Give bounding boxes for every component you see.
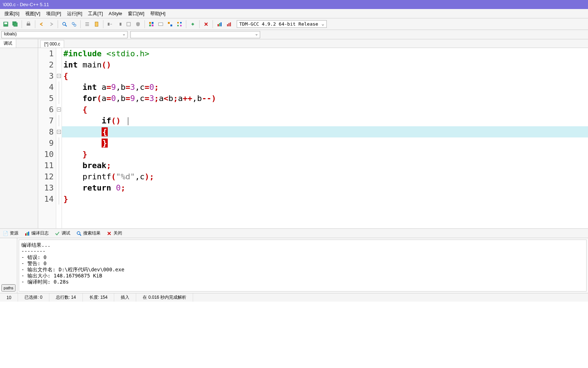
title-bar: \000.c - Dev-C++ 5.11 <box>0 0 588 9</box>
code-content[interactable]: #include <stdio.h> int main() { int a=9,… <box>62 48 588 228</box>
main-area: 调试 [*] 000.c 123 456 789 101112 1314 − −… <box>0 39 588 228</box>
svg-rect-33 <box>230 22 231 26</box>
replace-icon[interactable] <box>70 20 78 29</box>
file-tab[interactable]: [*] 000.c <box>40 40 64 48</box>
svg-rect-31 <box>227 24 228 26</box>
delete-profile-icon[interactable] <box>224 20 233 29</box>
svg-rect-30 <box>220 22 222 26</box>
svg-rect-1 <box>4 22 7 24</box>
check-icon <box>54 231 60 236</box>
svg-rect-21 <box>159 23 163 26</box>
close-icon <box>106 231 112 236</box>
menu-bar: 搜索[S] 视图[V] 项目[P] 运行[R] 工具[T] AStyle 窗口[… <box>0 9 588 18</box>
bottom-panel: 📄资源 编译日志 调试 搜索结果 关闭 paths 编译结果... ------… <box>0 228 588 293</box>
svg-rect-16 <box>127 22 130 26</box>
tab-resource[interactable]: 📄资源 <box>0 229 21 237</box>
svg-rect-15 <box>120 23 121 26</box>
svg-rect-32 <box>228 23 230 26</box>
print-icon[interactable] <box>24 20 33 29</box>
tab-close[interactable]: 关闭 <box>103 229 125 237</box>
fold-icon[interactable]: − <box>57 130 61 134</box>
file-tabs: [*] 000.c <box>38 39 588 48</box>
svg-rect-24 <box>177 22 179 23</box>
line-gutter: 123 456 789 101112 1314 <box>38 48 56 228</box>
stop-icon[interactable] <box>202 20 210 29</box>
fold-icon[interactable]: − <box>57 74 61 78</box>
left-panel: 调试 <box>0 39 38 228</box>
save-all-icon[interactable] <box>11 20 19 29</box>
compile-output[interactable]: 编译结果... -------- - 错误: 0 - 警告: 0 - 输出文件名… <box>19 240 587 292</box>
status-total-lines: 总行数: 14 <box>49 293 83 302</box>
scope-bar: lobals) <box>0 30 588 39</box>
left-tab-debug[interactable]: 调试 <box>0 39 16 48</box>
find-icon[interactable] <box>60 20 69 29</box>
shield-icon[interactable] <box>134 20 142 29</box>
menu-help[interactable]: 帮助[H] <box>147 9 169 18</box>
toolbar: TDM-GCC 4.9.2 64-bit Release <box>0 18 588 30</box>
menu-view[interactable]: 视图[V] <box>22 9 43 18</box>
members-dropdown[interactable] <box>130 31 260 38</box>
svg-rect-4 <box>27 23 30 26</box>
paths-button[interactable]: paths <box>1 284 15 292</box>
svg-rect-13 <box>95 22 98 26</box>
profile-icon[interactable] <box>215 20 224 29</box>
globals-dropdown[interactable]: lobals) <box>1 31 128 38</box>
svg-rect-20 <box>152 25 153 26</box>
status-line-col: 10 <box>0 293 18 302</box>
svg-rect-17 <box>149 22 151 24</box>
run-icon[interactable] <box>156 20 165 29</box>
compile-left-panel: paths <box>0 238 17 293</box>
svg-rect-3 <box>14 23 17 26</box>
svg-rect-36 <box>28 232 29 236</box>
compile-run-icon[interactable] <box>166 20 174 29</box>
insert-icon[interactable] <box>124 20 133 29</box>
bookmark-icon[interactable] <box>92 20 101 29</box>
menu-search[interactable]: 搜索[S] <box>1 9 22 18</box>
menu-astyle[interactable]: AStyle <box>106 10 125 17</box>
menu-run[interactable]: 运行[R] <box>64 9 85 18</box>
tab-compile-log[interactable]: 编译日志 <box>21 229 52 237</box>
svg-rect-18 <box>152 22 153 24</box>
bottom-tabs: 📄资源 编译日志 调试 搜索结果 关闭 <box>0 229 588 238</box>
editor-area: [*] 000.c 123 456 789 101112 1314 − − − <box>38 39 588 228</box>
svg-rect-5 <box>27 22 30 23</box>
menu-project[interactable]: 项目[P] <box>43 9 64 18</box>
doc-icon: 📄 <box>3 231 8 236</box>
list-icon[interactable] <box>83 20 92 29</box>
svg-rect-35 <box>27 232 28 236</box>
svg-rect-23 <box>170 25 172 26</box>
fold-column: − − − <box>56 48 62 228</box>
svg-rect-34 <box>25 233 26 236</box>
svg-rect-14 <box>108 23 110 26</box>
status-mode: 插入 <box>114 293 136 302</box>
svg-point-8 <box>72 22 74 25</box>
status-length: 长度: 154 <box>83 293 115 302</box>
svg-rect-26 <box>177 25 179 26</box>
svg-rect-27 <box>180 25 182 26</box>
compiler-dropdown[interactable]: TDM-GCC 4.9.2 64-bit Release <box>237 20 327 28</box>
svg-rect-28 <box>218 24 219 26</box>
redo-icon[interactable] <box>47 20 55 29</box>
save-icon[interactable] <box>1 20 10 29</box>
compile-icon[interactable] <box>147 20 156 29</box>
tab-debug[interactable]: 调试 <box>52 229 73 237</box>
svg-rect-22 <box>168 22 170 24</box>
svg-rect-29 <box>219 23 220 26</box>
undo-icon[interactable] <box>37 20 46 29</box>
status-parse: 在 0.016 秒内完成解析 <box>136 293 193 302</box>
chart-icon <box>24 231 30 236</box>
svg-line-38 <box>80 234 81 236</box>
svg-point-6 <box>63 22 66 25</box>
goto-icon[interactable] <box>106 20 114 29</box>
search-icon <box>76 231 82 236</box>
rebuild-icon[interactable] <box>175 20 184 29</box>
code-editor[interactable]: 123 456 789 101112 1314 − − − #include <… <box>38 48 588 228</box>
goto2-icon[interactable] <box>115 20 124 29</box>
debug-icon[interactable] <box>188 20 197 29</box>
svg-point-9 <box>74 24 76 26</box>
tab-search-result[interactable]: 搜索结果 <box>73 229 103 237</box>
svg-rect-25 <box>180 22 182 23</box>
menu-window[interactable]: 窗口[W] <box>125 9 147 18</box>
fold-icon[interactable]: − <box>57 108 61 111</box>
menu-tools[interactable]: 工具[T] <box>85 9 106 18</box>
